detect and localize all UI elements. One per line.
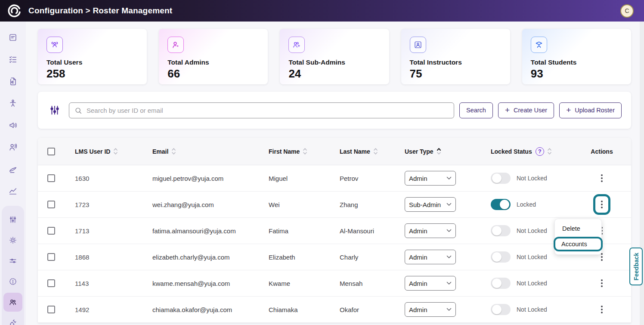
row-checkbox[interactable] — [47, 174, 55, 182]
locked-toggle[interactable] — [491, 304, 511, 315]
row-actions-menu-button[interactable] — [595, 301, 608, 318]
cell-first-name: Fatima — [263, 218, 334, 244]
search-button[interactable]: Search — [459, 102, 493, 118]
row-checkbox[interactable] — [47, 227, 55, 235]
help-icon[interactable]: ? — [536, 147, 544, 156]
sidebar-item-roster-users[interactable] — [3, 293, 22, 312]
user-type-dropdown[interactable]: Admin — [405, 171, 456, 186]
sidebar-item-document[interactable] — [3, 28, 22, 47]
cell-lms-user-id: 1868 — [69, 244, 146, 270]
row-actions-menu-button[interactable] — [595, 170, 608, 186]
toggle-knob — [492, 252, 502, 262]
column-header-user-type[interactable]: User Type — [400, 138, 482, 165]
user-type-dropdown[interactable]: Admin — [405, 276, 456, 291]
row-context-menu: Delete Accounts — [554, 219, 602, 255]
cell-email: miguel.petrov@yuja.com — [146, 165, 263, 191]
sort-icon[interactable] — [303, 148, 307, 155]
feedback-button[interactable]: Feedback — [629, 248, 643, 285]
select-all-checkbox[interactable] — [47, 148, 55, 155]
cell-lms-user-id: 1723 — [69, 192, 146, 217]
column-label: LMS User ID — [75, 148, 110, 155]
cell-email: kwame.mensah@yuja.com — [146, 270, 263, 296]
search-input[interactable] — [69, 102, 454, 118]
cell-first-name: Kwame — [263, 270, 334, 296]
users-group-icon — [46, 37, 63, 53]
sidebar-item-send[interactable] — [3, 160, 22, 179]
plug-icon — [8, 318, 18, 325]
column-header-first-name[interactable]: First Name — [263, 138, 334, 165]
sort-icon-asc-active[interactable] — [437, 148, 441, 155]
sidebar-item-accessibility[interactable] — [3, 94, 22, 113]
sort-icon[interactable] — [114, 148, 118, 155]
user-avatar[interactable]: C — [620, 4, 634, 18]
column-label: Email — [152, 148, 168, 155]
table-row: 1630 miguel.petrov@yuja.com Miguel Petro… — [38, 165, 631, 192]
row-checkbox[interactable] — [47, 306, 55, 313]
locked-toggle[interactable] — [491, 225, 511, 236]
locked-toggle[interactable] — [491, 199, 511, 210]
search-toolbar: Search + Create User + Upload Roster — [38, 92, 631, 129]
stat-card-total-sub-admins: Total Sub-Admins 24 — [280, 29, 389, 84]
sidebar-item-announcements[interactable] — [3, 116, 22, 135]
context-menu-item-accounts-highlighted[interactable]: Accounts — [554, 237, 603, 251]
row-checkbox[interactable] — [47, 201, 55, 208]
cell-last-name: Al-Mansouri — [334, 218, 400, 244]
sort-icon[interactable] — [548, 148, 551, 155]
sidebar-item-analytics[interactable] — [3, 182, 22, 201]
cell-email: fatima.almansouri@yuja.com — [146, 218, 263, 244]
sidebar-item-media-file[interactable] — [3, 72, 22, 91]
locked-label: Not Locked — [517, 280, 547, 287]
filter-button[interactable] — [49, 105, 60, 116]
column-label: Last Name — [340, 148, 370, 155]
sidebar-item-checklist[interactable] — [3, 50, 22, 69]
cell-lms-user-id: 1630 — [69, 165, 146, 191]
locked-toggle[interactable] — [491, 173, 511, 184]
sidebar-item-preferences[interactable] — [3, 251, 22, 270]
row-actions-menu-button[interactable] — [595, 275, 608, 291]
user-type-dropdown[interactable]: Sub-Admin — [405, 197, 456, 212]
cell-first-name: Wei — [263, 192, 334, 217]
user-type-dropdown[interactable]: Admin — [405, 302, 456, 317]
cell-first-name: Elizabeth — [263, 244, 334, 270]
sidebar-item-integrations[interactable] — [3, 313, 22, 325]
locked-toggle[interactable] — [491, 251, 511, 263]
sidebar-item-alerts[interactable] — [3, 272, 22, 291]
column-header-locked-status[interactable]: Locked Status ? — [482, 138, 573, 165]
row-actions-menu-button-highlighted[interactable] — [593, 194, 610, 215]
create-user-button[interactable]: + Create User — [498, 102, 554, 118]
stat-label: Total Users — [46, 59, 138, 66]
locked-toggle[interactable] — [491, 278, 511, 289]
toggle-knob — [500, 200, 509, 209]
row-checkbox[interactable] — [47, 279, 55, 287]
toggle-knob — [492, 279, 502, 288]
toggle-knob — [492, 305, 502, 314]
sidebar-item-filters[interactable] — [3, 210, 22, 229]
sort-icon[interactable] — [374, 148, 378, 155]
sort-icon[interactable] — [172, 148, 176, 155]
stat-label: Total Instructors — [410, 59, 502, 66]
sub-admin-users-icon — [288, 37, 305, 53]
user-type-dropdown[interactable]: Admin — [405, 250, 456, 264]
context-menu-item-delete[interactable]: Delete — [555, 222, 601, 235]
column-header-lms-user-id[interactable]: LMS User ID — [69, 138, 146, 165]
cell-last-name: Petrov — [334, 165, 400, 191]
instructor-board-icon — [410, 37, 426, 53]
upload-roster-button[interactable]: + Upload Roster — [559, 102, 622, 118]
user-type-value: Admin — [409, 280, 427, 287]
sidebar-item-user-voice[interactable] — [3, 138, 22, 157]
user-type-dropdown[interactable]: Admin — [405, 223, 456, 238]
table-header-row: LMS User ID Email First Name Last Name U… — [38, 138, 631, 165]
stat-card-total-users: Total Users 258 — [38, 29, 147, 84]
create-user-label: Create User — [514, 107, 547, 114]
sidebar-item-settings[interactable] — [3, 231, 22, 250]
stat-card-total-instructors: Total Instructors 75 — [401, 29, 510, 84]
locked-label: Not Locked — [517, 306, 547, 313]
user-type-value: Sub-Admin — [409, 201, 441, 208]
column-header-last-name[interactable]: Last Name — [334, 138, 400, 165]
chevron-down-icon — [446, 255, 452, 259]
column-header-email[interactable]: Email — [146, 138, 263, 165]
roster-table: LMS User ID Email First Name Last Name U… — [38, 138, 631, 323]
cell-lms-user-id: 1143 — [69, 270, 146, 296]
row-checkbox[interactable] — [47, 253, 55, 261]
cell-lms-user-id: 1492 — [69, 297, 146, 322]
